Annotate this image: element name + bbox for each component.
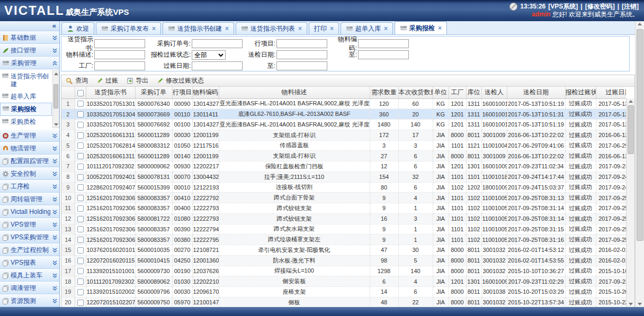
- row-checkbox[interactable]: [77, 142, 84, 149]
- material-code-field-input[interactable]: [358, 39, 409, 48]
- vps-system-link[interactable]: [VPS系统]: [548, 3, 578, 11]
- tab-purchase-inspection[interactable]: 采购报检×: [395, 21, 447, 34]
- row-checkbox[interactable]: [77, 132, 84, 139]
- plant-field-input[interactable]: [94, 61, 145, 70]
- table-row[interactable]: 510253201706281458000833120105012117516传…: [61, 140, 626, 151]
- row-checkbox[interactable]: [77, 300, 84, 306]
- sidebar-item-resource-forecast[interactable]: 资源预测: [0, 294, 59, 307]
- row-checkbox[interactable]: [77, 216, 84, 222]
- close-icon[interactable]: ×: [438, 24, 442, 32]
- row-checkbox[interactable]: [77, 226, 84, 232]
- page-scrollbar[interactable]: [635, 21, 644, 307]
- table-row[interactable]: 1510376201602010156000100350027012108721…: [61, 245, 626, 256]
- table-row[interactable]: 912286201709240756000153990001012122193连…: [61, 182, 626, 193]
- inspect-date-field-input[interactable]: [276, 50, 327, 59]
- scroll-thumb[interactable]: [53, 84, 58, 109]
- row-checkbox[interactable]: [77, 278, 84, 285]
- column-header-post-date[interactable]: 过账日期: [596, 87, 626, 98]
- table-row[interactable]: 310335201705130158000766920010013014327亚…: [61, 120, 626, 130]
- scroll-down-icon[interactable]: [54, 123, 58, 126]
- purchase-order-no-field-input[interactable]: [192, 39, 243, 48]
- column-header-line-item[interactable]: 行项目: [172, 87, 192, 98]
- scroll-down-icon[interactable]: [638, 303, 642, 305]
- sidebar-item-turnover-box-management[interactable]: 周转箱管理: [0, 193, 59, 205]
- table-row[interactable]: 610253201606131156000112890014012001199支…: [61, 151, 626, 161]
- change-password-link[interactable]: [修改密码]: [585, 3, 615, 11]
- tab-print[interactable]: 打印×: [309, 22, 339, 34]
- table-row[interactable]: 110335201705130158000763400009013014327亚…: [61, 98, 626, 109]
- close-icon[interactable]: ×: [298, 25, 302, 32]
- row-checkbox[interactable]: [77, 111, 84, 118]
- scroll-thumb[interactable]: [628, 105, 634, 154]
- sidebar-item-logistics-management[interactable]: 物流管理: [0, 142, 59, 155]
- sidebar-item-production-management[interactable]: 生产管理: [0, 129, 59, 142]
- table-row[interactable]: 1112516201709230658000833570040012222793…: [61, 203, 626, 214]
- sidebar-subitem-purchase-inspection[interactable]: 采购报检: [0, 103, 52, 116]
- export-button[interactable]: 导出: [127, 76, 148, 85]
- post-status-select[interactable]: 全部: [192, 50, 226, 60]
- sidebar-item-victall-holding[interactable]: Victall Holding: [0, 205, 59, 218]
- row-checkbox[interactable]: [77, 184, 84, 191]
- column-header-material-code[interactable]: 物料编码: [192, 87, 219, 98]
- modify-post-status-button[interactable]: 修改过账状态: [157, 76, 204, 85]
- row-checkbox[interactable]: [77, 237, 84, 243]
- table-row[interactable]: 2012207201510220756000097500597012100147…: [61, 297, 626, 307]
- column-header-delivery-no[interactable]: 送货指示书: [86, 87, 135, 98]
- tab-over-order-receipt[interactable]: 超单入库×: [341, 22, 393, 34]
- sidebar-subitem-over-order-receipt[interactable]: 超单入库: [0, 91, 52, 103]
- logout-link[interactable]: [注销]: [622, 3, 639, 11]
- line-item-field-input[interactable]: [276, 39, 327, 48]
- sidebar-item-vps-management[interactable]: VPS管理: [0, 218, 59, 231]
- sidebar-item-basic-data[interactable]: 基础数据: [0, 31, 59, 44]
- row-checkbox[interactable]: [77, 122, 84, 128]
- row-checkbox[interactable]: [77, 289, 84, 295]
- sidebar-item-production-process-control[interactable]: 生产过程控制: [0, 243, 59, 256]
- column-header-inspect-date[interactable]: 送检日期: [507, 87, 565, 98]
- select-all-checkbox[interactable]: [77, 90, 84, 96]
- post-button[interactable]: 过账: [96, 76, 118, 85]
- scroll-up-icon[interactable]: [54, 73, 58, 75]
- sidebar-item-config-tracking-management[interactable]: 配置跟踪管理: [0, 155, 59, 167]
- table-row[interactable]: 1612207201602011556000104150425012001360…: [61, 255, 626, 266]
- post-date-field-input[interactable]: [192, 61, 243, 70]
- sidebar-item-vps-reports[interactable]: VPS报表: [0, 256, 59, 269]
- row-checkbox[interactable]: [77, 195, 84, 201]
- table-row[interactable]: 710111201709230258000090620093012202217保…: [61, 161, 626, 172]
- inspect-date-to-field-input[interactable]: [358, 50, 409, 59]
- column-header-post-status[interactable]: 报检过账状态: [565, 87, 596, 98]
- row-checkbox[interactable]: [77, 174, 84, 180]
- sidebar-item-purchasing-management[interactable]: 采购管理: [0, 57, 59, 69]
- close-icon[interactable]: ×: [225, 25, 229, 32]
- tab-delivery-instruction-create[interactable]: 送货指示书创建×: [163, 22, 234, 34]
- table-row[interactable]: 1810111201709230258000890620103012202210…: [61, 276, 626, 287]
- table-scrollbar[interactable]: [626, 98, 634, 307]
- sidebar-subitem-delivery-instruction-create[interactable]: 送货指示书创建: [0, 70, 52, 91]
- sidebar-item-security-control[interactable]: 安全控制: [0, 167, 59, 180]
- close-icon[interactable]: ×: [330, 25, 334, 32]
- table-row[interactable]: 1711339201510100156000097300019012037626…: [61, 266, 626, 276]
- tab-delivery-instruction-list[interactable]: 送货指示书列表×: [236, 22, 307, 34]
- row-checkbox[interactable]: [77, 164, 84, 170]
- column-header-req-qty[interactable]: 需求数量: [370, 87, 398, 98]
- row-checkbox[interactable]: [77, 153, 84, 159]
- sidebar-item-mold-loading[interactable]: 模具上装车: [0, 269, 59, 282]
- column-header-unit[interactable]: 单位: [433, 87, 449, 98]
- table-row[interactable]: 1412516201709230658000833570038012222795…: [61, 234, 626, 245]
- scroll-down-icon[interactable]: [629, 303, 633, 305]
- table-row[interactable]: 210335201705130458000736690011013011411底…: [61, 109, 626, 120]
- column-header-material-desc[interactable]: 物料描述: [219, 87, 370, 98]
- sidebar-item-process-inspection[interactable]: 工序检: [0, 180, 59, 193]
- sidebar-collapse-button[interactable]: «: [0, 21, 59, 31]
- close-icon[interactable]: ×: [384, 25, 388, 32]
- material-desc-field-input[interactable]: [94, 50, 145, 59]
- column-header-po-no[interactable]: 采购订单: [135, 87, 172, 98]
- table-row[interactable]: 1012516201709230658000833570041012222792…: [61, 193, 626, 203]
- table-row[interactable]: 810052201709240158000781310007013004432拉…: [61, 171, 626, 182]
- row-checkbox[interactable]: [77, 205, 84, 212]
- sidebar-item-vps-purchasing-management[interactable]: VPS采购管理: [0, 231, 59, 243]
- sidebar-subitem-purchase-quality-check[interactable]: 采购质检: [0, 116, 52, 128]
- sidebar-item-paint-mixing-management[interactable]: 调漆管理: [0, 282, 59, 294]
- submenu-scrollbar[interactable]: [52, 70, 59, 128]
- table-row[interactable]: 410253201606131156000112890003012001199支…: [61, 130, 626, 140]
- tab-welcome[interactable]: 欢迎: [61, 22, 94, 34]
